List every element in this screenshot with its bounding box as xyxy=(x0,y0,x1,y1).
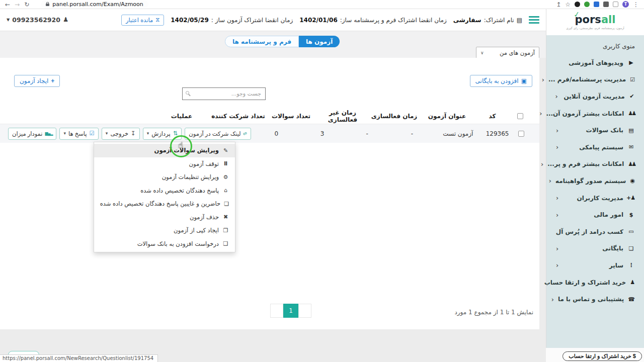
book-icon xyxy=(517,17,522,23)
extensions-puzzle-icon[interactable] xyxy=(603,2,609,7)
main-content: ایجاد آزمون افزودن به بایگانی کد عنوان آ… xyxy=(0,58,539,329)
row-checkbox[interactable] xyxy=(518,131,524,137)
caret-down-icon xyxy=(106,131,108,136)
sidebar-item-archive[interactable]: بایگانی xyxy=(546,240,644,257)
sidebar-item-form-management[interactable]: مدیریت پرسشنامه/فرم ... xyxy=(546,71,644,88)
download-icon xyxy=(131,131,136,137)
sidebar-item-question-bank[interactable]: بانک سوالات xyxy=(546,122,644,139)
chevron-left-icon xyxy=(553,127,561,134)
col-questions: تعداد سوالات xyxy=(267,113,315,120)
profile-avatar[interactable]: T xyxy=(622,1,629,8)
sidebar-item-certificate-system[interactable]: سیستم صدور گواهینامه xyxy=(546,172,644,190)
bar-chart-icon xyxy=(45,132,52,136)
plus-icon xyxy=(51,78,54,84)
add-to-archive-button[interactable]: افزودن به بایگانی xyxy=(470,75,532,87)
answers-dropdown-button[interactable]: پاسخ ها xyxy=(59,128,98,140)
bookmark-star-icon[interactable] xyxy=(565,2,571,8)
col-deactivation: زمان غیر فعالسازی xyxy=(315,109,370,123)
rate-chart-button[interactable]: نمودار میزان xyxy=(8,128,56,140)
menu-item-present-absent[interactable]: حاضرین و غایبین پاسخ دهندگان تخصیص داده … xyxy=(94,197,235,211)
sidebar-item-support-contact[interactable]: پشتیبانی و تماس با ما xyxy=(546,291,644,308)
forward-icon[interactable] xyxy=(15,2,20,8)
extension-icon-green[interactable] xyxy=(584,2,590,7)
x-icon xyxy=(222,214,229,220)
menu-item-edit-settings[interactable]: ویرایش تنظیمات آزمون xyxy=(94,170,235,184)
account-phone-dropdown[interactable]: 09923562920 xyxy=(7,16,68,24)
my-exams-select-value: آزمون های من xyxy=(500,49,535,56)
exam-check-icon xyxy=(629,94,635,99)
form-check-icon xyxy=(630,77,635,82)
menu-item-edit-questions[interactable]: ویرایش سوالات آزمون xyxy=(94,144,235,157)
select-all-checkbox[interactable] xyxy=(517,113,523,119)
reload-icon[interactable] xyxy=(24,2,29,8)
sidebar-item-sms-system[interactable]: سیستم پیامکی xyxy=(546,139,644,156)
status-bar-link: https://panel.porsall.com/NewResearch/Qu… xyxy=(0,354,158,362)
search-input[interactable] xyxy=(182,87,266,100)
exam-link-button[interactable]: لینک شرکت در آزمون xyxy=(185,128,251,140)
sidebar-item-user-management[interactable]: مدیریت کاربران xyxy=(546,190,644,207)
select-all-cell xyxy=(509,113,531,119)
chevron-left-icon xyxy=(553,245,561,252)
url-text[interactable]: panel.porsall.com/Exam/Azmoon xyxy=(52,1,143,8)
gear-icon xyxy=(222,174,229,180)
browser-menu-icon[interactable] xyxy=(633,2,639,8)
sidebar-item-buy-subscription[interactable]: خرید اشتراک و ارتقا حساب xyxy=(546,274,644,291)
exams-table: کد عنوان آزمون زمان فعالسازی زمان غیر فع… xyxy=(0,108,539,143)
sidebar-item-more-form-features[interactable]: امکانات بیشتر فرم و پر... xyxy=(546,156,644,173)
export-dropdown-button[interactable]: خروجی xyxy=(102,128,140,140)
upgrade-account-button[interactable]: $ خرید اشتراک و ارتقا حساب xyxy=(562,351,642,361)
remaining-credit-button[interactable]: مانده اعتبار xyxy=(121,15,164,26)
sidebar: ✓porsall آزمون، پرسشنامه، فرم، نظرسنجی، … xyxy=(546,9,644,348)
tab-exams[interactable]: آزمون ها xyxy=(299,36,340,47)
menu-item-copy-exam[interactable]: ایجاد کپی از آزمون xyxy=(94,224,235,237)
subscription-value: سفارشی xyxy=(453,17,481,24)
hourglass-icon xyxy=(155,17,159,23)
exam-expiry-label: زمان انقضا اشتراک آزمون ساز : xyxy=(211,17,293,24)
search-icon xyxy=(186,91,189,95)
my-exams-select[interactable]: آزمون های من xyxy=(476,47,539,59)
tab-forms[interactable]: فرم و پرسشنامه ها xyxy=(225,36,299,47)
extension-icon-dark[interactable] xyxy=(575,2,580,7)
col-activation: زمان فعالسازی xyxy=(370,113,418,120)
back-icon[interactable] xyxy=(5,2,10,8)
chevron-left-icon xyxy=(553,195,561,201)
edit-icon xyxy=(222,148,229,153)
sidebar-item-more-exam-features[interactable]: امکانات بیشتر آزمون آن... xyxy=(546,105,644,122)
medal-icon xyxy=(630,178,635,184)
col-participants: تعداد شرکت کننده xyxy=(209,113,267,120)
box-icon xyxy=(222,241,229,246)
app-header: نام اشتراک: سفارشی زمان انقضا اشتراک فرم… xyxy=(0,9,546,31)
extension-icon-light[interactable] xyxy=(613,2,618,7)
share-icon[interactable] xyxy=(556,2,561,8)
sidebar-item-online-exam-management[interactable]: مدیریت آزمون آنلاین xyxy=(546,88,644,105)
users-icon xyxy=(628,161,635,167)
menu-item-add-to-question-bank[interactable]: درخواست افزودن به بانک سوالات xyxy=(94,237,235,251)
caret-down-icon xyxy=(147,131,149,136)
copy-icon xyxy=(222,228,229,233)
create-exam-button[interactable]: ایجاد آزمون xyxy=(14,75,60,87)
pagination-next[interactable] xyxy=(298,304,311,318)
hamburger-menu-icon[interactable] xyxy=(529,16,539,24)
browser-icons: T xyxy=(556,1,639,8)
pause-icon xyxy=(222,161,229,166)
address-bar[interactable]: panel.porsall.com/Exam/Azmoon xyxy=(41,1,148,8)
search-box xyxy=(182,87,266,100)
sidebar-item-other[interactable]: سایر xyxy=(546,257,644,274)
process-dropdown-button[interactable]: پردازش xyxy=(143,128,182,140)
brand-logo[interactable]: ✓porsall آزمون، پرسشنامه، فرم، نظرسنجی، … xyxy=(546,9,644,35)
sidebar-item-earn-income[interactable]: کسب درامد از پُرس آل xyxy=(546,223,644,240)
chevron-left-icon xyxy=(541,161,543,167)
extension-icon-blue[interactable] xyxy=(594,2,599,7)
sidebar-item-financial[interactable]: امور مالی xyxy=(546,206,644,223)
caret-down-icon xyxy=(63,131,66,136)
menu-item-assigned-respondents[interactable]: پاسخ دهندگان تخصیص داده شده xyxy=(94,184,235,198)
menu-item-stop-exam[interactable]: توقف آزمون xyxy=(94,157,235,171)
pagination-prev[interactable] xyxy=(270,304,283,318)
menu-item-delete-exam[interactable]: حذف آزمون xyxy=(94,211,235,224)
pagination: 1 xyxy=(270,304,311,318)
pagination-page-1[interactable]: 1 xyxy=(283,304,298,318)
chevron-left-icon xyxy=(549,177,551,184)
subscription-name: نام اشتراک: سفارشی xyxy=(453,17,522,24)
sidebar-item-training-videos[interactable]: ویدیوهای آموزشی xyxy=(546,54,644,71)
cell-participants: 0 xyxy=(251,130,301,137)
